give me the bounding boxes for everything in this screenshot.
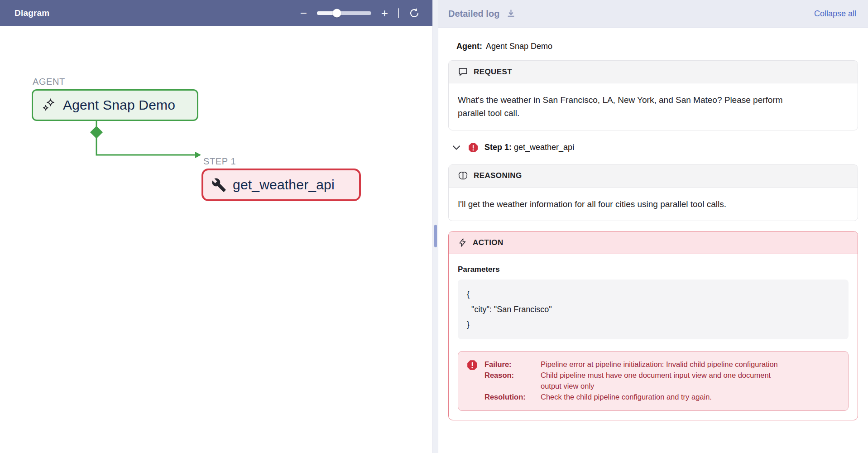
agent-node[interactable]: Agent Snap Demo <box>32 89 198 121</box>
log-content: Agent:Agent Snap Demo REQUEST What's the… <box>438 28 868 453</box>
agent-summary-label: Agent: <box>456 42 482 51</box>
agent-summary: Agent:Agent Snap Demo <box>456 42 858 51</box>
lightning-bolt-icon <box>458 238 467 247</box>
reset-view-icon[interactable] <box>409 8 420 19</box>
brain-icon <box>458 171 468 181</box>
app-window: Diagram − + <box>0 0 868 453</box>
scrollbar-thumb[interactable] <box>434 225 437 247</box>
reasoning-card: REASONING I'll get the weather informati… <box>448 164 858 221</box>
step-log-value: get_weather_api <box>514 143 574 152</box>
agent-node-name: Agent Snap Demo <box>63 97 175 113</box>
reasoning-card-header: REASONING <box>449 165 858 188</box>
chat-bubble-icon <box>458 67 468 77</box>
step-node[interactable]: get_weather_api <box>201 169 361 201</box>
diagram-header: Diagram − + <box>0 0 432 26</box>
code-line: "city": "San Francisco" <box>467 302 839 317</box>
panel-scrollbar[interactable] <box>432 0 438 453</box>
log-header: Detailed log Collapse all <box>438 0 868 28</box>
sparkles-icon <box>41 97 57 113</box>
failure-octagon-icon <box>466 359 478 403</box>
error-octagon-icon <box>468 142 479 153</box>
zoom-in-button[interactable]: + <box>381 7 388 19</box>
parameters-label: Parameters <box>458 265 849 274</box>
action-card-body: Parameters { "city": "San Francisco" } F… <box>449 254 858 420</box>
detailed-log-panel: Detailed log Collapse all Agent:Agent Sn… <box>438 0 868 453</box>
agent-type-label: AGENT <box>33 77 65 87</box>
download-log-button[interactable] <box>506 9 516 19</box>
failure-text: Pipeline error at pipeline initializatio… <box>541 359 789 370</box>
parameters-code-block: { "city": "San Francisco" } <box>458 280 849 339</box>
reason-label: Reason: <box>484 370 539 392</box>
action-card: ACTION Parameters { "city": "San Francis… <box>448 231 858 420</box>
agent-summary-value: Agent Snap Demo <box>486 42 552 51</box>
resolution-label: Resolution: <box>484 392 539 403</box>
step-node-name: get_weather_api <box>233 177 335 193</box>
request-card: REQUEST What's the weather in San Franci… <box>448 60 858 130</box>
request-body: What's the weather in San Francisco, LA,… <box>449 83 797 130</box>
step-log-row[interactable]: Step 1: get_weather_api <box>451 142 858 153</box>
step-log-label: Step 1: <box>484 143 512 152</box>
tools-icon <box>211 178 226 193</box>
collapse-all-button[interactable]: Collapse all <box>814 9 856 19</box>
resolution-text: Check the child pipeline configuration a… <box>541 392 789 403</box>
reason-text: Child pipeline must have one document in… <box>541 370 789 392</box>
diagram-panel: Diagram − + <box>0 0 432 453</box>
download-icon <box>506 9 516 19</box>
diagram-title: Diagram <box>14 8 300 18</box>
failure-label: Failure: <box>484 359 539 370</box>
failure-details: Failure: Pipeline error at pipeline init… <box>484 359 789 403</box>
zoom-controls: − + <box>300 7 420 19</box>
zoom-slider-handle[interactable] <box>332 9 341 17</box>
request-title: REQUEST <box>474 67 512 77</box>
failure-message-box: Failure: Pipeline error at pipeline init… <box>458 351 849 411</box>
reasoning-body: I'll get the weather information for all… <box>449 188 858 221</box>
step-log-text: Step 1: get_weather_api <box>484 143 574 152</box>
log-title: Detailed log <box>448 9 499 19</box>
zoom-slider[interactable] <box>317 11 371 15</box>
step-type-label: STEP 1 <box>203 156 236 167</box>
code-line: { <box>467 287 839 302</box>
action-card-header: ACTION <box>449 231 858 254</box>
chevron-down-icon[interactable] <box>451 142 462 153</box>
controls-divider <box>398 8 399 18</box>
diagram-canvas[interactable]: AGENT Agent Snap Demo STEP 1 get_weat <box>0 26 432 453</box>
code-line: } <box>467 317 839 332</box>
action-title: ACTION <box>473 238 504 247</box>
reasoning-title: REASONING <box>474 171 522 180</box>
request-card-header: REQUEST <box>449 61 858 83</box>
zoom-out-button[interactable]: − <box>300 7 307 19</box>
